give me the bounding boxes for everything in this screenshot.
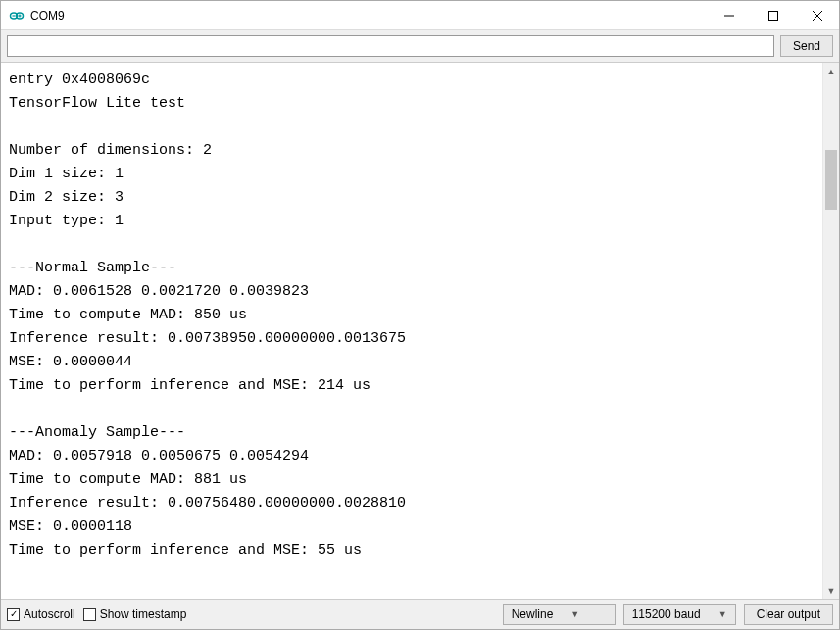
maximize-icon: [768, 11, 778, 21]
scroll-up-arrow[interactable]: ▲: [823, 63, 839, 79]
timestamp-label: Show timestamp: [100, 607, 187, 621]
maximize-button[interactable]: [751, 1, 795, 29]
baud-select[interactable]: 115200 baud ▼: [623, 604, 736, 625]
autoscroll-checkbox[interactable]: ✓ Autoscroll: [7, 607, 75, 621]
serial-input[interactable]: [7, 35, 774, 57]
checkbox-icon: [83, 608, 96, 621]
chevron-down-icon: ▼: [570, 609, 579, 619]
send-toolbar: Send: [1, 30, 839, 63]
console-output: entry 0x4008069c TensorFlow Lite test Nu…: [1, 63, 822, 599]
scroll-down-arrow[interactable]: ▼: [823, 582, 839, 599]
close-icon: [813, 11, 822, 21]
chevron-down-icon: ▼: [718, 609, 727, 619]
scroll-track[interactable]: [823, 79, 839, 582]
timestamp-checkbox[interactable]: Show timestamp: [83, 607, 187, 621]
vertical-scrollbar[interactable]: ▲ ▼: [822, 63, 839, 599]
clear-output-button[interactable]: Clear output: [744, 604, 833, 625]
line-ending-select[interactable]: Newline ▼: [503, 604, 616, 625]
minimize-button[interactable]: [707, 1, 751, 29]
arduino-icon: [9, 8, 25, 24]
window-controls: [707, 1, 839, 29]
console-area: entry 0x4008069c TensorFlow Lite test Nu…: [1, 63, 839, 600]
line-ending-value: Newline: [512, 607, 554, 621]
send-button[interactable]: Send: [780, 35, 833, 57]
close-button[interactable]: [795, 1, 839, 29]
baud-value: 115200 baud: [632, 607, 701, 621]
autoscroll-label: Autoscroll: [24, 607, 75, 621]
minimize-icon: [724, 11, 734, 21]
bottom-bar: ✓ Autoscroll Show timestamp Newline ▼ 11…: [1, 600, 839, 629]
window-title: COM9: [30, 9, 707, 23]
checkbox-icon: ✓: [7, 608, 20, 621]
scroll-thumb[interactable]: [825, 150, 837, 211]
svg-rect-6: [768, 11, 777, 20]
titlebar: COM9: [1, 1, 839, 30]
